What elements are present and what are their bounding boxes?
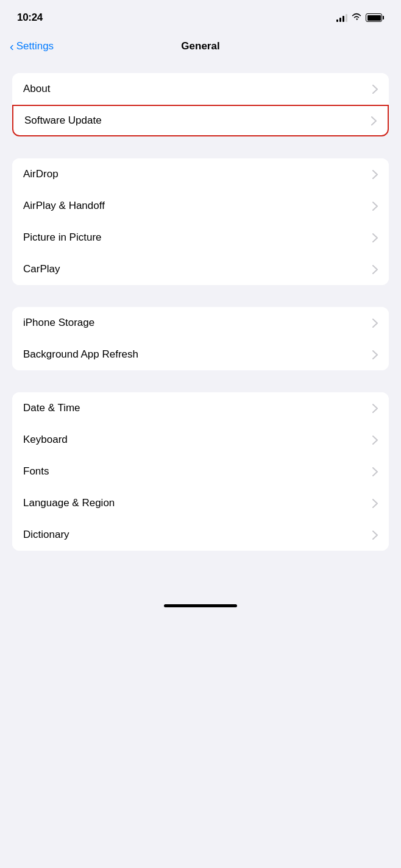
row-background-app-refresh-label: Background App Refresh bbox=[23, 348, 138, 361]
row-about-label: About bbox=[23, 83, 50, 95]
row-language-region[interactable]: Language & Region bbox=[12, 487, 389, 519]
wifi-icon bbox=[351, 12, 362, 23]
back-button[interactable]: ‹ Settings bbox=[10, 40, 54, 52]
row-date-time[interactable]: Date & Time bbox=[12, 392, 389, 424]
row-airplay-handoff[interactable]: AirPlay & Handoff bbox=[12, 190, 389, 222]
row-picture-in-picture[interactable]: Picture in Picture bbox=[12, 222, 389, 253]
battery-icon bbox=[366, 13, 384, 22]
row-airplay-handoff-label: AirPlay & Handoff bbox=[23, 200, 105, 212]
row-airdrop-label: AirDrop bbox=[23, 168, 59, 180]
row-background-app-refresh[interactable]: Background App Refresh bbox=[12, 339, 389, 370]
row-keyboard-label: Keyboard bbox=[23, 434, 68, 446]
row-keyboard[interactable]: Keyboard bbox=[12, 424, 389, 456]
chevron-right-icon bbox=[372, 265, 378, 274]
back-label: Settings bbox=[16, 40, 54, 52]
home-indicator bbox=[0, 597, 401, 619]
settings-group-4: Date & Time Keyboard Fonts Language & Re… bbox=[12, 392, 389, 551]
settings-group-2: AirDrop AirPlay & Handoff Picture in Pic… bbox=[12, 158, 389, 285]
chevron-right-icon bbox=[372, 233, 378, 242]
chevron-right-icon bbox=[372, 319, 378, 328]
settings-content: About Software Update AirDrop AirPlay & … bbox=[0, 63, 401, 560]
row-date-time-label: Date & Time bbox=[23, 402, 80, 414]
back-chevron-icon: ‹ bbox=[10, 40, 14, 52]
chevron-right-icon bbox=[372, 202, 378, 211]
row-language-region-label: Language & Region bbox=[23, 497, 115, 509]
row-airdrop[interactable]: AirDrop bbox=[12, 158, 389, 190]
chevron-right-icon bbox=[372, 350, 378, 359]
row-fonts-label: Fonts bbox=[23, 465, 49, 478]
row-dictionary-label: Dictionary bbox=[23, 529, 69, 541]
chevron-right-icon bbox=[371, 116, 377, 125]
page-title: General bbox=[181, 40, 219, 52]
chevron-right-icon bbox=[372, 85, 378, 94]
home-bar bbox=[164, 604, 237, 607]
row-fonts[interactable]: Fonts bbox=[12, 456, 389, 487]
row-picture-in-picture-label: Picture in Picture bbox=[23, 231, 102, 244]
status-bar: 10:24 bbox=[0, 0, 401, 32]
chevron-right-icon bbox=[372, 499, 378, 508]
settings-group-1: About Software Update bbox=[12, 73, 389, 136]
chevron-right-icon bbox=[372, 467, 378, 476]
row-iphone-storage[interactable]: iPhone Storage bbox=[12, 307, 389, 339]
row-iphone-storage-label: iPhone Storage bbox=[23, 317, 94, 329]
signal-icon bbox=[336, 13, 347, 22]
row-software-update-label: Software Update bbox=[24, 115, 102, 127]
row-carplay[interactable]: CarPlay bbox=[12, 253, 389, 285]
row-carplay-label: CarPlay bbox=[23, 263, 60, 275]
chevron-right-icon bbox=[372, 531, 378, 540]
status-icons bbox=[336, 12, 384, 23]
chevron-right-icon bbox=[372, 404, 378, 413]
chevron-right-icon bbox=[372, 170, 378, 179]
chevron-right-icon bbox=[372, 436, 378, 445]
status-time: 10:24 bbox=[17, 12, 43, 24]
settings-group-3: iPhone Storage Background App Refresh bbox=[12, 307, 389, 370]
row-software-update[interactable]: Software Update bbox=[12, 105, 389, 136]
row-about[interactable]: About bbox=[12, 73, 389, 105]
row-dictionary[interactable]: Dictionary bbox=[12, 519, 389, 551]
nav-header: ‹ Settings General bbox=[0, 32, 401, 63]
